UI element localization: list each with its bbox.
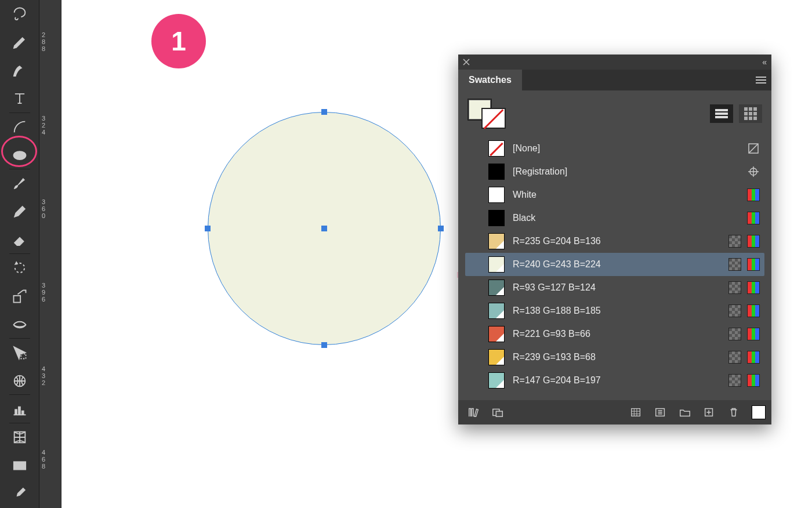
swatch-row[interactable]: R=239 G=193 B=68 bbox=[465, 346, 764, 369]
panel-titlebar[interactable]: « bbox=[458, 55, 771, 70]
mesh-tool-icon[interactable] bbox=[5, 425, 35, 450]
column-graph-tool-icon[interactable] bbox=[5, 397, 35, 422]
eraser-tool-icon[interactable] bbox=[5, 227, 35, 252]
swatch-name: Black bbox=[513, 213, 747, 223]
swatch-name: R=138 G=188 B=185 bbox=[513, 306, 728, 316]
swatch-indicators bbox=[728, 374, 760, 387]
arc-tool-icon[interactable] bbox=[5, 115, 35, 140]
perspective-grid-tool-icon[interactable] bbox=[5, 369, 35, 394]
swatch-row[interactable]: [None] bbox=[465, 137, 764, 160]
swatch-row[interactable]: [Registration] bbox=[465, 160, 764, 183]
selection-handle-top[interactable] bbox=[321, 109, 327, 115]
step-number: 1 bbox=[171, 26, 186, 57]
list-view-button[interactable] bbox=[710, 104, 733, 123]
ruler-mark: 468 bbox=[42, 449, 45, 470]
swatch-name: R=221 G=93 B=66 bbox=[513, 329, 728, 339]
folder-icon[interactable] bbox=[675, 404, 695, 420]
swatch-indicators bbox=[747, 188, 760, 201]
gradient-tool-icon[interactable] bbox=[5, 453, 35, 478]
pencil-tool-icon[interactable] bbox=[5, 199, 35, 224]
pen-tool-icon[interactable] bbox=[5, 30, 35, 55]
global-color-indicator-icon bbox=[728, 304, 741, 317]
swatch-row[interactable]: R=240 G=243 B=224 bbox=[465, 253, 764, 276]
swatch-indicators bbox=[747, 212, 760, 224]
swatch-indicators bbox=[728, 281, 760, 294]
none-indicator-icon bbox=[747, 142, 760, 155]
lasso-tool-icon[interactable] bbox=[5, 2, 35, 27]
selection-handle-left[interactable] bbox=[205, 226, 211, 231]
swatch-row[interactable]: Black bbox=[465, 206, 764, 230]
swatch-indicators bbox=[728, 351, 760, 364]
ruler-mark: 432 bbox=[42, 365, 45, 386]
app-toolbar bbox=[0, 0, 39, 508]
global-color-indicator-icon bbox=[728, 328, 741, 340]
delete-swatch-button[interactable] bbox=[724, 404, 744, 420]
swatch-row[interactable]: R=221 G=93 B=66 bbox=[465, 322, 764, 346]
close-icon[interactable] bbox=[463, 59, 470, 66]
panel-tabs: Swatches bbox=[458, 70, 771, 90]
eyedropper-tool-icon[interactable] bbox=[5, 481, 35, 506]
selection-handle-center[interactable] bbox=[321, 226, 327, 231]
selection-handle-bottom[interactable] bbox=[321, 342, 327, 348]
fill-stroke-indicator[interactable] bbox=[467, 99, 505, 129]
swatch-chip bbox=[488, 164, 505, 180]
swatches-panel: « Swatches [None][Registration]WhiteBlac… bbox=[458, 55, 771, 424]
swatch-row[interactable]: R=235 G=204 B=136 bbox=[465, 230, 764, 253]
width-tool-icon[interactable] bbox=[5, 312, 35, 337]
global-color-indicator-icon bbox=[728, 258, 741, 271]
swatch-options-icon[interactable] bbox=[626, 404, 646, 420]
swatch-chip bbox=[488, 187, 505, 203]
swatch-row[interactable]: R=147 G=204 B=197 bbox=[465, 369, 764, 392]
tab-swatches[interactable]: Swatches bbox=[458, 70, 523, 90]
type-tool-icon[interactable] bbox=[5, 86, 35, 111]
swatch-libraries-icon[interactable] bbox=[464, 404, 484, 420]
panel-controls-row bbox=[458, 90, 771, 135]
selection-handle-right[interactable] bbox=[438, 226, 444, 231]
swatch-chip bbox=[488, 349, 505, 365]
rgb-mode-indicator-icon bbox=[747, 328, 760, 340]
ruler-mark: 288 bbox=[42, 31, 45, 52]
panel-footer bbox=[458, 400, 771, 424]
svg-rect-5 bbox=[18, 407, 20, 415]
swatch-row[interactable]: White bbox=[465, 183, 764, 206]
scale-tool-icon[interactable] bbox=[5, 284, 35, 309]
swatch-indicators bbox=[728, 304, 760, 317]
swatch-name: R=240 G=243 B=224 bbox=[513, 259, 728, 270]
vertical-ruler: 288324360396432468 bbox=[39, 0, 61, 508]
collapse-icon[interactable]: « bbox=[762, 57, 767, 67]
swatch-indicators bbox=[747, 142, 760, 155]
global-color-indicator-icon bbox=[728, 235, 741, 248]
swatch-name: [None] bbox=[513, 143, 747, 154]
new-swatch-button[interactable] bbox=[699, 404, 719, 420]
svg-rect-8 bbox=[13, 462, 26, 470]
swatch-name: R=147 G=204 B=197 bbox=[513, 375, 728, 386]
paintbrush-tool-icon[interactable] bbox=[5, 171, 35, 196]
rgb-mode-indicator-icon bbox=[747, 235, 760, 248]
stroke-swatch[interactable] bbox=[481, 108, 506, 129]
new-color-group-button[interactable] bbox=[651, 404, 670, 420]
svg-rect-2 bbox=[21, 354, 26, 359]
swatch-chip bbox=[488, 280, 505, 296]
ruler-mark: 396 bbox=[42, 282, 45, 303]
swatch-row[interactable]: R=138 G=188 B=185 bbox=[465, 299, 764, 322]
panel-menu-icon[interactable] bbox=[751, 70, 771, 90]
tab-swatches-label: Swatches bbox=[469, 75, 512, 85]
global-color-indicator-icon bbox=[728, 281, 741, 294]
rgb-mode-indicator-icon bbox=[747, 258, 760, 271]
selected-shape-bounds[interactable] bbox=[208, 112, 441, 345]
current-color-chip[interactable] bbox=[752, 405, 766, 419]
show-swatch-kinds-icon[interactable] bbox=[488, 404, 508, 420]
swatch-chip bbox=[488, 256, 505, 273]
step-badge: 1 bbox=[151, 14, 206, 68]
swatch-row[interactable]: R=93 G=127 B=124 bbox=[465, 276, 764, 299]
swatch-chip bbox=[488, 233, 505, 249]
rotate-tool-icon[interactable] bbox=[5, 256, 35, 281]
grid-view-button[interactable] bbox=[739, 104, 762, 123]
free-transform-tool-icon[interactable] bbox=[5, 340, 35, 365]
swatch-indicators bbox=[728, 258, 760, 271]
svg-rect-4 bbox=[14, 409, 16, 415]
swatch-name: R=239 G=193 B=68 bbox=[513, 352, 728, 362]
curvature-tool-icon[interactable] bbox=[5, 58, 35, 83]
ellipse-tool-icon[interactable] bbox=[5, 143, 35, 168]
swatch-name: R=93 G=127 B=124 bbox=[513, 282, 728, 293]
